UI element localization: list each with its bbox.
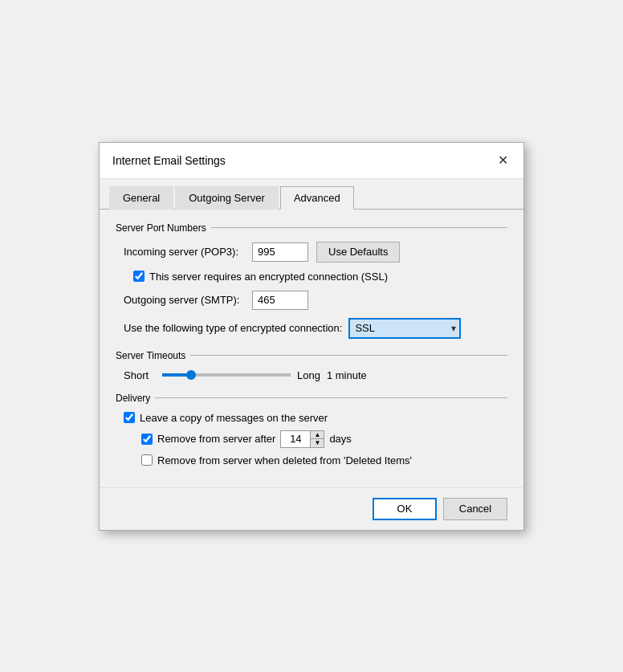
remove-deleted-checkbox[interactable] [141, 454, 153, 466]
encryption-dropdown[interactable]: None SSL TLS Auto [348, 318, 461, 339]
title-bar: Internet Email Settings ✕ [100, 143, 523, 179]
tab-outgoing-server[interactable]: Outgoing Server [175, 186, 279, 210]
incoming-server-label: Incoming server (POP3): [124, 246, 252, 258]
incoming-server-row: Incoming server (POP3): Use Defaults [116, 242, 507, 263]
leave-copy-label: Leave a copy of messages on the server [140, 412, 328, 424]
server-ports-title: Server Port Numbers [116, 222, 507, 234]
server-timeouts-title: Server Timeouts [116, 350, 507, 361]
encryption-dropdown-wrapper: None SSL TLS Auto [348, 318, 461, 339]
long-label: Long [297, 369, 320, 381]
timeout-slider[interactable] [162, 373, 291, 377]
remove-after-checkbox[interactable] [141, 434, 153, 445]
spin-down-button[interactable]: ▼ [311, 439, 324, 447]
spinbox-arrows: ▲ ▼ [310, 431, 324, 447]
remove-after-row: Remove from server after ▲ ▼ days [116, 430, 507, 448]
server-timeouts-section: Server Timeouts Short Long 1 minute [116, 350, 507, 381]
delivery-section: Delivery Leave a copy of messages on the… [116, 393, 507, 466]
internet-email-settings-dialog: Internet Email Settings ✕ General Outgoi… [99, 142, 524, 531]
ssl-checkbox-row: This server requires an encrypted connec… [116, 271, 507, 283]
timeout-slider-row: Short Long 1 minute [116, 369, 507, 381]
ssl-checkbox-label: This server requires an encrypted connec… [149, 271, 388, 283]
delivery-title: Delivery [116, 393, 507, 404]
ok-button[interactable]: OK [373, 498, 437, 520]
dialog-title: Internet Email Settings [112, 154, 226, 167]
cancel-button[interactable]: Cancel [443, 498, 507, 520]
timeout-time: 1 minute [327, 369, 367, 381]
outgoing-server-input[interactable] [252, 291, 308, 310]
days-spinbox: ▲ ▼ [280, 430, 324, 448]
tab-general[interactable]: General [109, 186, 173, 210]
tab-content: Server Port Numbers Incoming server (POP… [100, 210, 523, 487]
close-button[interactable]: ✕ [493, 151, 512, 170]
tab-advanced[interactable]: Advanced [280, 186, 354, 210]
tab-bar: General Outgoing Server Advanced [100, 179, 523, 210]
encryption-row: Use the following type of encrypted conn… [116, 318, 507, 339]
use-defaults-button[interactable]: Use Defaults [316, 242, 400, 263]
spin-up-button[interactable]: ▲ [311, 431, 324, 439]
remove-deleted-row: Remove from server when deleted from 'De… [116, 454, 507, 466]
days-label: days [329, 433, 351, 445]
encryption-label: Use the following type of encrypted conn… [124, 322, 342, 334]
leave-copy-row: Leave a copy of messages on the server [116, 412, 507, 424]
days-input[interactable] [281, 431, 310, 447]
ssl-checkbox[interactable] [133, 271, 145, 282]
incoming-server-input[interactable] [252, 242, 308, 262]
outgoing-server-row: Outgoing server (SMTP): [116, 291, 507, 310]
server-ports-section: Server Port Numbers Incoming server (POP… [116, 222, 507, 339]
short-label: Short [124, 369, 156, 381]
remove-deleted-label: Remove from server when deleted from 'De… [157, 454, 412, 466]
dialog-footer: OK Cancel [100, 487, 523, 530]
outgoing-server-label: Outgoing server (SMTP): [124, 294, 252, 306]
remove-after-label: Remove from server after [157, 433, 275, 445]
leave-copy-checkbox[interactable] [124, 412, 135, 423]
